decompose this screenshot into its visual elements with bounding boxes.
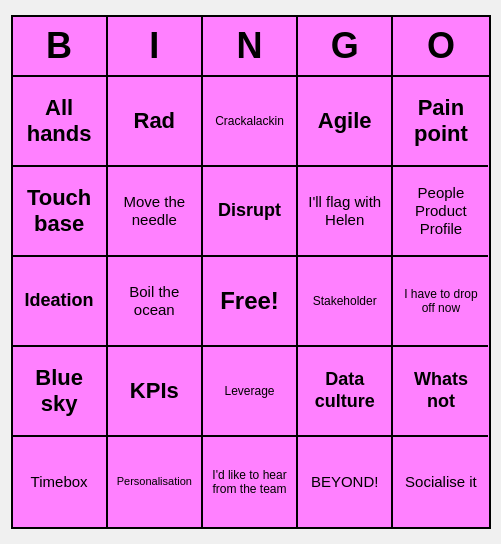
bingo-grid: All handsRadCrackalackinAgilePain pointT…: [13, 77, 489, 527]
letter-b: B: [13, 17, 108, 75]
bingo-cell-14[interactable]: I have to drop off now: [393, 257, 488, 347]
bingo-cell-20[interactable]: Timebox: [13, 437, 108, 527]
bingo-cell-22[interactable]: I'd like to hear from the team: [203, 437, 298, 527]
letter-i: I: [108, 17, 203, 75]
bingo-cell-19[interactable]: Whats not: [393, 347, 488, 437]
bingo-cell-11[interactable]: Boil the ocean: [108, 257, 203, 347]
bingo-cell-9[interactable]: People Product Profile: [393, 167, 488, 257]
bingo-cell-6[interactable]: Move the needle: [108, 167, 203, 257]
bingo-cell-5[interactable]: Touch base: [13, 167, 108, 257]
bingo-cell-16[interactable]: KPIs: [108, 347, 203, 437]
bingo-cell-18[interactable]: Data culture: [298, 347, 393, 437]
bingo-cell-4[interactable]: Pain point: [393, 77, 488, 167]
bingo-cell-8[interactable]: I'll flag with Helen: [298, 167, 393, 257]
letter-n: N: [203, 17, 298, 75]
bingo-header: B I N G O: [13, 17, 489, 77]
bingo-cell-0[interactable]: All hands: [13, 77, 108, 167]
bingo-cell-21[interactable]: Personalisation: [108, 437, 203, 527]
bingo-cell-2[interactable]: Crackalackin: [203, 77, 298, 167]
bingo-cell-1[interactable]: Rad: [108, 77, 203, 167]
bingo-cell-7[interactable]: Disrupt: [203, 167, 298, 257]
bingo-cell-3[interactable]: Agile: [298, 77, 393, 167]
letter-o: O: [393, 17, 488, 75]
bingo-cell-15[interactable]: Blue sky: [13, 347, 108, 437]
bingo-cell-24[interactable]: Socialise it: [393, 437, 488, 527]
bingo-cell-23[interactable]: BEYOND!: [298, 437, 393, 527]
bingo-card: B I N G O All handsRadCrackalackinAgileP…: [11, 15, 491, 529]
bingo-cell-12[interactable]: Free!: [203, 257, 298, 347]
bingo-cell-10[interactable]: Ideation: [13, 257, 108, 347]
bingo-cell-13[interactable]: Stakeholder: [298, 257, 393, 347]
bingo-cell-17[interactable]: Leverage: [203, 347, 298, 437]
letter-g: G: [298, 17, 393, 75]
